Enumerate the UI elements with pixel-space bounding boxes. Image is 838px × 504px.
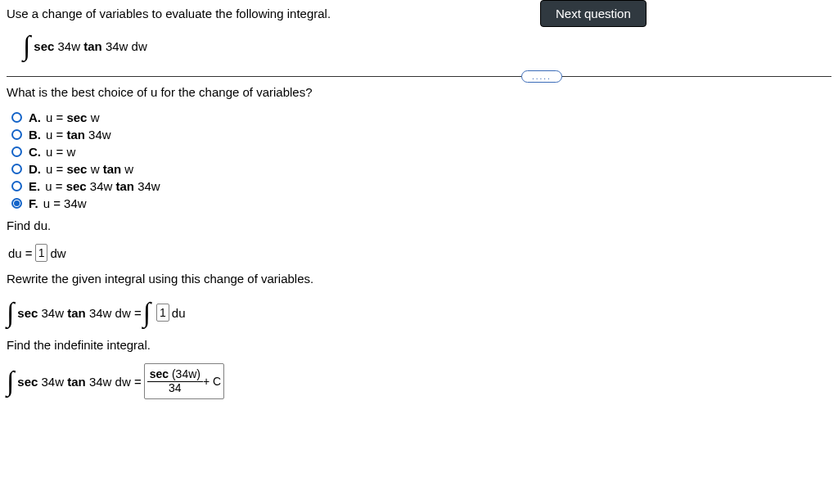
next-question-button[interactable]: Next question — [540, 0, 647, 27]
choice-letter: A. — [29, 110, 41, 124]
prompt-text: Use a change of variables to evaluate th… — [7, 7, 831, 20]
choice-F[interactable]: F.u = 34w — [11, 196, 831, 210]
choice-A[interactable]: A.u = sec w — [11, 110, 831, 124]
find-integral-label: Find the indefinite integral. — [7, 338, 831, 352]
final-answer-box[interactable]: sec (34w) 34 + C — [144, 363, 224, 399]
choice-letter: B. — [29, 128, 41, 142]
choice-B[interactable]: B.u = tan 34w — [11, 128, 831, 142]
integral-sign-icon: ∫ — [143, 297, 151, 328]
radio-button[interactable] — [11, 129, 22, 140]
du-input-box[interactable]: 1 — [35, 244, 48, 262]
choice-E[interactable]: E.u = sec 34w tan 34w — [11, 179, 831, 193]
integral-sign-icon: ∫ — [7, 297, 14, 328]
find-du-label: Find du. — [7, 218, 831, 232]
choice-letter: F. — [29, 196, 38, 210]
radio-button[interactable] — [11, 146, 22, 157]
choice-C[interactable]: C.u = w — [11, 145, 831, 159]
choice-text: u = sec w tan w — [46, 162, 133, 176]
integral-expression: ∫ sec 34w tan 34w dw — [23, 30, 831, 61]
integral-sign-icon: ∫ — [23, 30, 30, 61]
du-equation: du = 1 dw — [8, 244, 831, 262]
question-u-choice: What is the best choice of u for the cha… — [7, 85, 831, 99]
more-dots-pill[interactable]: ..... — [521, 70, 562, 83]
rewrite-label: Rewrite the given integral using this ch… — [7, 272, 831, 286]
choice-letter: E. — [29, 179, 40, 193]
choice-letter: C. — [29, 145, 41, 159]
divider — [7, 76, 831, 77]
choice-D[interactable]: D.u = sec w tan w — [11, 162, 831, 176]
final-equation: ∫ sec 34w tan 34w dw = sec (34w) 34 + C — [7, 363, 831, 399]
radio-button[interactable] — [11, 112, 22, 123]
choice-letter: D. — [29, 162, 41, 176]
radio-button[interactable] — [11, 181, 22, 191]
radio-button[interactable] — [11, 198, 22, 209]
integral-sign-icon: ∫ — [7, 366, 14, 397]
choice-text: u = sec w — [46, 110, 99, 124]
choice-text: u = 34w — [43, 196, 87, 210]
choice-text: u = sec 34w tan 34w — [45, 179, 160, 193]
rewrite-input-box[interactable]: 1 — [156, 304, 169, 322]
choice-text: u = tan 34w — [46, 128, 111, 142]
rewrite-equation: ∫ sec 34w tan 34w dw = ∫ 1 du — [7, 297, 831, 328]
choice-text: u = w — [46, 145, 75, 159]
radio-button[interactable] — [11, 164, 22, 174]
